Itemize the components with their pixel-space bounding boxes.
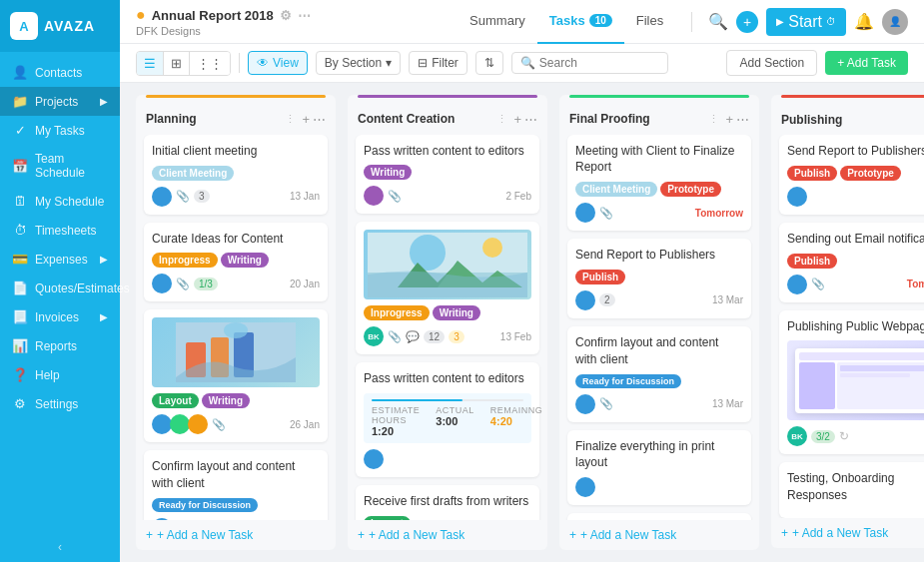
card-footer xyxy=(364,449,531,469)
content-creation-more-icon[interactable]: ⋯ xyxy=(524,112,537,127)
timeline-view-icon[interactable]: ⋮⋮ xyxy=(190,52,230,75)
publishing-menu-icon: ⋮ xyxy=(920,113,924,126)
bell-icon[interactable]: 🔔 xyxy=(854,12,874,31)
card-develop-draft-layout[interactable]: Layout Writing 📎 26 Jan xyxy=(144,309,328,442)
card-tags: Client Meeting xyxy=(152,166,320,181)
my-schedule-icon: 🗓 xyxy=(12,194,28,209)
card-tags: Publish xyxy=(575,270,743,284)
sidebar-item-my-schedule[interactable]: 🗓 My Schedule xyxy=(0,187,120,216)
card-sending-email-notifications[interactable]: Sending out Email notifications Publish … xyxy=(779,223,924,302)
planning-add-task[interactable]: + + Add a New Task xyxy=(136,520,336,550)
content-creation-color-bar xyxy=(358,95,537,98)
screenshot-preview xyxy=(787,340,924,420)
nav-summary[interactable]: Summary xyxy=(458,0,537,44)
card-title: Confirm layout and content with client xyxy=(152,458,320,492)
card-testing-onboarding[interactable]: Testing, Onboarding Responses xyxy=(779,462,924,518)
add-task-button[interactable]: + Add Task xyxy=(825,51,908,75)
card-footer: 📎 1/3 20 Jan xyxy=(152,274,320,293)
search-input[interactable] xyxy=(539,56,659,70)
main-content: ● Annual Report 2018 ⚙ ⋯ DFK Designs Sum… xyxy=(120,0,924,562)
card-curate-ideas[interactable]: Curate Ideas for Content Inprogress Writ… xyxy=(144,223,328,302)
app-name: AVAZA xyxy=(44,18,95,34)
topbar-plus-icon[interactable]: + xyxy=(736,11,758,33)
card-date-overdue: Tomorrow xyxy=(695,208,743,219)
card-date-overdue: Tomorrow xyxy=(907,279,924,289)
card-send-report-publishers[interactable]: Send Report to Publishers Publish 2 13 M… xyxy=(567,239,751,318)
sidebar-item-my-tasks[interactable]: ✓ My Tasks xyxy=(0,116,120,145)
sidebar-item-help[interactable]: ❓ Help xyxy=(0,360,120,389)
filter-button[interactable]: ⊟ Filter xyxy=(409,51,467,75)
publishing-header: Publishing ⋮ + ⋯ xyxy=(771,104,924,135)
sidebar-item-timesheets[interactable]: ⏱ Timesheets xyxy=(0,216,120,245)
sort-button[interactable]: ⇅ xyxy=(475,51,503,75)
planning-more-icon[interactable]: ⋯ xyxy=(313,112,326,127)
card-publishing-public-webpages[interactable]: Publishing Public Webpages xyxy=(779,310,924,455)
card-avatar xyxy=(152,274,172,293)
content-creation-add-task[interactable]: + + Add a New Task xyxy=(348,520,547,550)
sidebar-item-expenses[interactable]: 💳 Expenses ▶ xyxy=(0,245,120,274)
add-section-button[interactable]: Add Section xyxy=(726,50,817,76)
card-meeting-finalize-report[interactable]: Meeting with Client to Finalize Report C… xyxy=(567,135,751,232)
final-proofing-cards: Meeting with Client to Finalize Report C… xyxy=(559,135,759,520)
settings-gear-icon[interactable]: ⚙ xyxy=(280,8,292,23)
card-pass-written-content[interactable]: Pass written content to editors Writing … xyxy=(356,135,539,215)
start-button[interactable]: ▶ Start ⏱ xyxy=(766,8,846,36)
final-proofing-add-icon[interactable]: + xyxy=(725,112,733,127)
card-title: Send Report to Publishers xyxy=(575,247,743,264)
sidebar-item-reports[interactable]: 📊 Reports xyxy=(0,331,120,360)
card-title: Pass written content to editors xyxy=(364,143,531,160)
list-view-icon[interactable]: ☰ xyxy=(137,52,164,75)
my-tasks-label: My Tasks xyxy=(35,124,85,138)
planning-add-icon[interactable]: + xyxy=(302,112,310,127)
card-send-report-publishers-pub[interactable]: Send Report to Publishers Publish Protot… xyxy=(779,135,924,215)
card-confirm-layout-planning[interactable]: Confirm layout and content with client R… xyxy=(144,450,328,520)
card-pass-written-content-2[interactable]: Pass written content to editors ESTIMATE… xyxy=(356,362,539,477)
sort-icon: ⇅ xyxy=(484,56,494,70)
estimate-time: ESTIMATE HOURS 1:20 xyxy=(372,405,420,437)
writing-tag: Writing xyxy=(364,165,412,180)
card-confirm-layout-proofing[interactable]: Confirm layout and content with client R… xyxy=(567,326,751,422)
timer-icon: ⏱ xyxy=(826,16,836,27)
content-creation-cards: Pass written content to editors Writing … xyxy=(348,135,547,520)
card-shortlist-images[interactable]: Inprogress Writing BK 📎 💬 12 3 13 Feb xyxy=(356,222,539,354)
sidebar-item-projects[interactable]: 📁 Projects ▶ xyxy=(0,87,120,116)
sidebar-item-quotes[interactable]: 📄 Quotes/Estimates xyxy=(0,274,120,302)
card-initial-client-meeting[interactable]: Initial client meeting Client Meeting 📎 … xyxy=(144,135,328,215)
sidebar-collapse-button[interactable]: ‹ xyxy=(0,532,120,562)
by-section-button[interactable]: By Section ▾ xyxy=(316,51,401,75)
sidebar-item-team-schedule[interactable]: 📅 Team Schedule xyxy=(0,145,120,187)
writing-tag: Writing xyxy=(433,305,480,320)
card-date: 20 Jan xyxy=(290,279,320,289)
final-proofing-add-task[interactable]: + + Add a New Task xyxy=(559,520,759,550)
project-info: ● Annual Report 2018 ⚙ ⋯ DFK Designs xyxy=(136,6,446,37)
publishing-add-task[interactable]: + + Add a New Task xyxy=(771,518,924,548)
sidebar-logo[interactable]: A AVAZA xyxy=(0,0,120,52)
nav-files[interactable]: Files xyxy=(624,0,675,44)
more-icon[interactable]: ⋯ xyxy=(298,8,311,23)
card-avatar-2 xyxy=(170,414,190,434)
card-tags: Layout Writing xyxy=(152,393,320,408)
card-tags: Inprogress Writing xyxy=(364,305,531,320)
planning-cards: Initial client meeting Client Meeting 📎 … xyxy=(136,135,336,520)
remaining-value: 4:20 xyxy=(490,415,543,427)
sidebar-item-contacts[interactable]: 👤 Contacts xyxy=(0,58,120,87)
layout-tag: Layout xyxy=(152,393,199,408)
content-creation-add-icon[interactable]: + xyxy=(513,112,521,127)
sidebar-item-settings[interactable]: ⚙ Settings xyxy=(0,389,120,418)
ready-tag: Ready for Discussion xyxy=(152,498,258,512)
card-quick-client-call[interactable]: Quick client call for updates Writing 1/… xyxy=(567,513,751,520)
sidebar-item-invoices[interactable]: 📃 Invoices ▶ xyxy=(0,302,120,331)
grid-view-icon[interactable]: ⊞ xyxy=(164,52,190,75)
view-button[interactable]: 👁 View xyxy=(248,51,308,75)
card-receive-first-drafts[interactable]: Receive first drafts from writers Layout… xyxy=(356,485,539,520)
card-icons: 📎 xyxy=(811,278,825,290)
topbar-search-icon[interactable]: 🔍 xyxy=(708,12,728,31)
final-proofing-more-icon[interactable]: ⋯ xyxy=(736,112,749,127)
card-finalize-print-layout[interactable]: Finalize everything in print layout xyxy=(567,430,751,506)
topbar-divider xyxy=(691,12,692,32)
help-icon: ❓ xyxy=(12,367,28,382)
search-box[interactable]: 🔍 xyxy=(511,52,668,74)
card-footer xyxy=(575,477,743,497)
nav-tasks[interactable]: Tasks 10 xyxy=(537,0,624,44)
user-avatar[interactable]: 👤 xyxy=(882,9,908,35)
